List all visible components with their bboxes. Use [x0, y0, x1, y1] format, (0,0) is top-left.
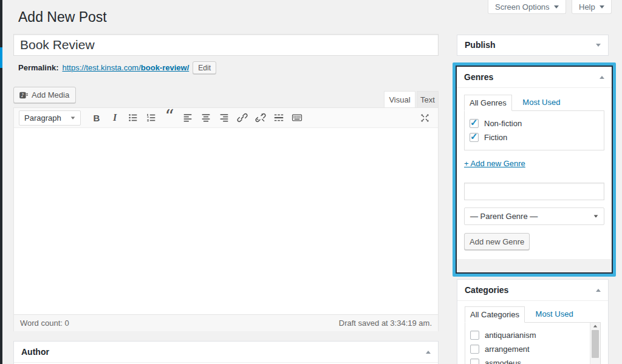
genres-panel-title: Genres: [464, 72, 493, 82]
categories-tabs: All Categories Most Used: [465, 306, 601, 322]
tab-text-label: Text: [420, 95, 435, 104]
insert-link-button[interactable]: [234, 110, 251, 126]
link-icon: [237, 112, 248, 123]
add-new-genre-link[interactable]: + Add new Genre: [464, 159, 525, 168]
permalink-link[interactable]: https://test.kinsta.com/book-review/: [62, 63, 189, 72]
category-label: asmodeus: [485, 359, 521, 364]
genres-checklist: Non-fiction Fiction: [464, 110, 604, 150]
category-item: antiquarianism: [470, 328, 586, 342]
screen-options-label: Screen Options: [495, 2, 550, 12]
genres-panel-body: All Genres Most Used Non-fiction Fiction: [457, 88, 612, 258]
genres-panel-header[interactable]: Genres: [457, 67, 612, 88]
publish-panel-header[interactable]: Publish: [457, 35, 608, 55]
media-icon: ♪: [19, 90, 29, 100]
editor-status-bar: Word count: 0 Draft saved at 3:34:19 am.: [14, 314, 438, 331]
numbered-list-icon: [146, 112, 157, 123]
align-right-icon: [219, 112, 230, 123]
admin-menu-strip[interactable]: [0, 0, 2, 364]
align-left-button[interactable]: [179, 110, 196, 126]
parent-genre-select-value: — Parent Genre —: [470, 212, 538, 221]
edit-permalink-button[interactable]: Edit: [193, 61, 216, 74]
genre-checkbox-non-fiction[interactable]: [470, 119, 479, 128]
category-checkbox-antiquarianism[interactable]: [470, 331, 479, 340]
permalink-slug: book-review/: [141, 63, 189, 72]
fullscreen-icon: [420, 113, 430, 123]
chevron-down-icon: [594, 215, 598, 217]
categories-scrollbar[interactable]: [590, 323, 600, 364]
editor-content-area[interactable]: [14, 128, 438, 314]
publish-panel: Publish: [457, 35, 609, 56]
add-media-label: Add Media: [32, 90, 69, 99]
bullet-list-icon: [128, 112, 138, 123]
keyboard-icon: [292, 112, 302, 123]
tab-text[interactable]: Text: [417, 91, 439, 107]
editor-toolbar: Paragraph B I “: [14, 108, 438, 128]
tab-visual-label: Visual: [389, 95, 410, 104]
wordpress-add-new-post-screen: Screen Options Help Add New Post Permali…: [0, 0, 622, 364]
post-title-input[interactable]: [13, 34, 439, 56]
author-panel: Author: [13, 341, 439, 364]
collapse-arrow-icon[interactable]: [600, 76, 604, 79]
align-right-button[interactable]: [216, 110, 233, 126]
page-title: Add New Post: [18, 8, 107, 26]
italic-icon: I: [113, 112, 117, 123]
paragraph-format-select[interactable]: Paragraph: [19, 110, 81, 126]
word-count-label: Word count:: [20, 318, 63, 328]
category-checkbox-asmodeus[interactable]: [470, 359, 479, 364]
tab-most-used-categories[interactable]: Most Used: [536, 309, 573, 318]
svg-text:♪: ♪: [21, 92, 24, 98]
category-checkbox-arrangement[interactable]: [470, 345, 479, 354]
chevron-down-icon: [600, 5, 604, 8]
genres-panel-highlight-box: Genres All Genres Most Used Non-fiction: [453, 62, 616, 277]
expand-arrow-icon[interactable]: [596, 44, 601, 47]
add-media-button[interactable]: ♪ Add Media: [13, 87, 76, 103]
genre-item: Non-fiction: [470, 116, 599, 130]
categories-panel-header[interactable]: Categories: [457, 280, 608, 301]
tab-most-used-genres[interactable]: Most Used: [522, 98, 560, 107]
help-label: Help: [579, 2, 595, 12]
scrollbar-thumb[interactable]: [592, 330, 599, 358]
bold-button[interactable]: B: [88, 110, 105, 126]
genres-tabs: All Genres Most Used: [464, 94, 604, 110]
align-left-icon: [182, 112, 193, 123]
genre-checkbox-fiction[interactable]: [470, 133, 479, 142]
permalink-row: Permalink: https://test.kinsta.com/book-…: [18, 61, 216, 74]
categories-panel-body: All Categories Most Used antiquarianism …: [457, 301, 608, 364]
scrollbar-up-arrow-icon[interactable]: [593, 325, 597, 328]
genre-item: Fiction: [470, 130, 599, 144]
admin-menu-active-indicator: [0, 47, 2, 68]
category-item: asmodeus: [470, 356, 586, 364]
bold-icon: B: [94, 113, 100, 123]
chevron-down-icon: [71, 116, 75, 119]
fullscreen-button[interactable]: [416, 110, 433, 126]
remove-link-button[interactable]: [252, 110, 269, 126]
category-label: antiquarianism: [485, 331, 536, 340]
genres-panel: Genres All Genres Most Used Non-fiction: [457, 67, 612, 259]
help-button[interactable]: Help: [572, 0, 612, 14]
publish-panel-title: Publish: [465, 40, 496, 50]
italic-button[interactable]: I: [106, 110, 123, 126]
word-count-value: 0: [64, 318, 69, 328]
blockquote-button[interactable]: “: [161, 110, 178, 126]
read-more-tag-button[interactable]: [270, 110, 287, 126]
parent-genre-select[interactable]: — Parent Genre —: [464, 207, 604, 225]
tab-visual[interactable]: Visual: [384, 91, 415, 107]
category-item: arrangement: [470, 342, 586, 356]
numbered-list-button[interactable]: [143, 110, 160, 126]
screen-options-button[interactable]: Screen Options: [488, 0, 566, 14]
permalink-base: https://test.kinsta.com/: [62, 63, 140, 72]
categories-panel: Categories All Categories Most Used anti…: [457, 279, 609, 364]
tab-all-categories[interactable]: All Categories: [465, 306, 525, 323]
bullet-list-button[interactable]: [125, 110, 142, 126]
genre-label: Non-fiction: [484, 119, 522, 128]
new-genre-name-input[interactable]: [464, 183, 604, 200]
tab-all-genres[interactable]: All Genres: [464, 95, 512, 111]
align-center-button[interactable]: [197, 110, 214, 126]
collapse-arrow-icon[interactable]: [596, 289, 601, 292]
author-panel-header[interactable]: Author: [14, 342, 438, 363]
permalink-label: Permalink:: [18, 63, 58, 72]
draft-saved-status: Draft saved at 3:34:19 am.: [339, 318, 432, 328]
add-new-genre-button[interactable]: Add new Genre: [464, 233, 530, 250]
collapse-arrow-icon[interactable]: [426, 351, 431, 354]
keyboard-shortcuts-button[interactable]: [289, 110, 306, 126]
